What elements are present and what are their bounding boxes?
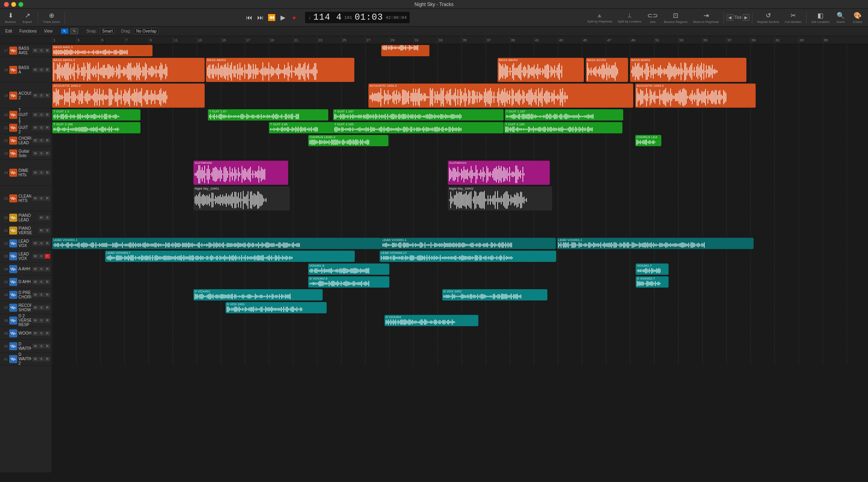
region-34-1[interactable]: VOX#01.7 [636, 263, 669, 275]
track-btn-m-32[interactable]: M [33, 241, 38, 246]
region-22-1[interactable]: CHORUS LEA [635, 135, 661, 146]
track-btn-s-19[interactable]: S [39, 93, 44, 98]
edit-menu-button[interactable]: Edit [3, 29, 14, 34]
track-btn-m-31[interactable]: M [39, 228, 44, 233]
region-36-0[interactable]: D VOX#01 [193, 289, 323, 300]
lanes-container[interactable]: BASS A#01.1BASS AB#01.2BASS AB#02BASS AB… [52, 44, 868, 472]
track-btn-m-23[interactable]: M [33, 151, 38, 156]
region-38-0[interactable]: D VOX#03 [384, 315, 478, 326]
region-19-1[interactable]: ACOUSTIC 2#02.2 [368, 84, 633, 108]
bounce-regions-button[interactable]: ⊡ Bounce Regions [661, 10, 690, 25]
track-btn-m-37[interactable]: M [33, 305, 38, 310]
track-btn-r-20[interactable]: R [45, 112, 50, 117]
region-20-1[interactable]: T GUIT 1.87 [208, 109, 328, 120]
maximize-button[interactable] [18, 2, 23, 7]
track-btn-m-18[interactable]: M [33, 67, 38, 72]
track-btn-r-41[interactable]: R [45, 357, 50, 362]
region-18-1[interactable]: BASS AB#02 [206, 58, 354, 82]
region-18-0[interactable]: BASS AB#01.2 [52, 58, 205, 82]
cut-section-button[interactable]: ✂ Cut Section [783, 10, 804, 25]
track-btn-m-39[interactable]: M [33, 331, 38, 336]
move-to-playhead-button[interactable]: ⇥ Move to Playhead [691, 10, 721, 25]
track-btn-r-21[interactable]: R [45, 125, 50, 130]
track-btn-s-36[interactable]: S [39, 292, 44, 297]
track-btn-m-20[interactable]: M [33, 112, 38, 117]
track-btn-r-36[interactable]: R [45, 292, 50, 297]
minimize-button[interactable] [11, 2, 16, 7]
track-btn-r-32[interactable]: R [45, 241, 50, 246]
split-by-locators-button[interactable]: ⟂ Split by Locators [615, 10, 644, 25]
region-21-3[interactable]: T GUIT 2.165 [504, 122, 622, 133]
track-btn-s-32[interactable]: S [39, 241, 44, 246]
track-btn-r-23[interactable]: R [45, 151, 50, 156]
drag-value[interactable]: No Overlap [134, 28, 159, 34]
colors-button[interactable]: 🎨 Colors [850, 10, 866, 25]
track-btn-r-25[interactable]: R [45, 196, 50, 201]
track-btn-s-17[interactable]: S [39, 48, 44, 53]
track-btn-s-34[interactable]: S [39, 267, 44, 272]
track-btn-s-21[interactable]: S [39, 125, 44, 130]
region-19-0[interactable]: ACOUSTIC 2#02.2 [52, 84, 205, 108]
split-by-playhead-button[interactable]: ⟁ Split by Playhead [585, 10, 614, 25]
region-20-2[interactable]: T GUIT 1.167 [333, 109, 504, 120]
track-btn-m-41[interactable]: M [33, 357, 38, 362]
region-24-0[interactable]: GUITAR#08 [193, 161, 288, 185]
track-btn-s-39[interactable]: S [39, 331, 44, 336]
track-btn-m-34[interactable]: M [33, 267, 38, 272]
region-19-2[interactable]: ACOUSTIC 2#02.2 [635, 84, 756, 108]
track-btn-s-25[interactable]: S [39, 196, 44, 201]
snap-value[interactable]: Smart [100, 28, 115, 34]
region-20-3[interactable]: T GUIT 1.167 [505, 109, 623, 120]
track-btn-r-24[interactable]: R [45, 170, 50, 175]
track-btn-r-18[interactable]: R [45, 67, 50, 72]
export-button[interactable]: ↗ Export [19, 10, 35, 25]
repeat-section-button[interactable]: ↺ Repeat Section [755, 10, 782, 25]
region-35-1[interactable]: D VOX#02.7 [636, 276, 669, 288]
track-btn-r-19[interactable]: R [45, 93, 50, 98]
play-button[interactable]: ▶ [278, 13, 288, 22]
track-btn-s-23[interactable]: S [39, 151, 44, 156]
track-btn-r-34[interactable]: R [45, 267, 50, 272]
track-btn-s-33[interactable]: S [39, 254, 44, 259]
track-btn-m-22[interactable]: M [33, 138, 38, 143]
track-btn-s-38[interactable]: S [39, 318, 44, 323]
region-21-2[interactable]: T GUIT 2.165 [333, 122, 504, 133]
join-button[interactable]: ⊂⊃ Join [644, 10, 661, 25]
pencil-tool-button[interactable]: ✎ [70, 28, 78, 34]
track-btn-s-41[interactable]: S [39, 357, 44, 362]
functions-menu-button[interactable]: Functions [17, 29, 39, 34]
track-btn-r-33[interactable]: R [45, 254, 50, 259]
region-21-0[interactable]: T GUIT 2.198 [52, 122, 140, 133]
track-btn-s-30[interactable]: S [45, 215, 50, 220]
set-locators-button[interactable]: ◧ Set Locators [809, 10, 832, 25]
region-33-0[interactable]: LEAD VOX#03.7 [105, 251, 355, 262]
track-btn-s-37[interactable]: S [39, 305, 44, 310]
track-btn-m-24[interactable]: M [33, 170, 38, 175]
region-37-0[interactable]: D VOX 2#01 [226, 302, 327, 313]
close-button[interactable] [4, 2, 9, 7]
region-32-1[interactable]: LEAD VOX#01.1 [381, 238, 556, 249]
view-menu-button[interactable]: View [42, 29, 55, 34]
region-18-2[interactable]: BASS AB#02 [498, 58, 584, 82]
region-24-1[interactable]: GUITAR#10 [448, 161, 550, 185]
track-btn-r-22[interactable]: R [45, 138, 50, 143]
region-18-3[interactable]: BASS AC#01 [586, 58, 628, 82]
region-18-4[interactable]: BASS AD#01 [630, 58, 746, 82]
track-btn-m-35[interactable]: M [33, 280, 38, 284]
region-34-0[interactable]: VOX#01.8 [308, 263, 389, 275]
region-36-1[interactable]: D VOX 2#02 [442, 289, 547, 300]
track-btn-m-36[interactable]: M [33, 292, 38, 297]
track-btn-m-30[interactable]: M [39, 215, 44, 220]
window-controls[interactable] [4, 2, 23, 7]
nudge-next-button[interactable]: ▶ [742, 14, 750, 21]
track-btn-m-21[interactable]: M [33, 125, 38, 130]
track-btn-m-19[interactable]: M [33, 93, 38, 98]
region-35-0[interactable]: D VOX#02.6 [308, 276, 389, 288]
track-btn-s-31[interactable]: S [45, 228, 50, 233]
track-btn-r-17[interactable]: R [45, 48, 50, 53]
region-25-0[interactable]: Night Sky_10#01 [193, 186, 290, 210]
track-btn-s-20[interactable]: S [39, 112, 44, 117]
region-17-0[interactable]: BASS A#01.1 [52, 45, 152, 56]
nudge-prev-button[interactable]: ◀ [726, 14, 734, 21]
track-btn-m-38[interactable]: M [33, 318, 38, 323]
